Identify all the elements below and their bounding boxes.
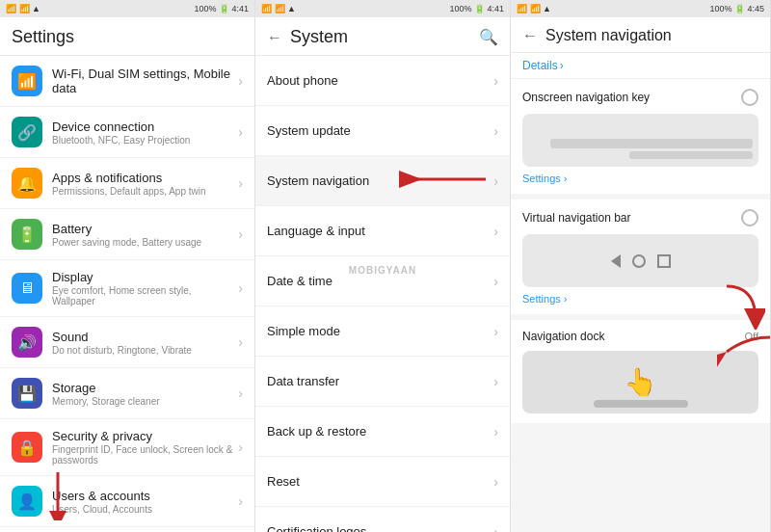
update-chevron: ›	[493, 123, 498, 139]
dock-option-row: Navigation dock Off	[522, 330, 758, 343]
details-link[interactable]: Details ›	[511, 53, 770, 79]
status-left-2: 📶 📶 ▲	[261, 4, 296, 13]
virtual-settings-link[interactable]: Settings ›	[522, 293, 758, 305]
settings-item-battery[interactable]: 🔋 Battery Power saving mode, Battery usa…	[0, 209, 254, 260]
dock-label: Navigation dock	[522, 330, 604, 343]
menu-item-update[interactable]: System update ›	[255, 106, 510, 156]
nav-back-icon[interactable]: ←	[522, 27, 538, 44]
storage-title: Storage	[52, 381, 234, 395]
menu-item-backup[interactable]: Back up & restore ›	[255, 407, 510, 457]
settings-panel: 📶 📶 ▲ 100% 🔋 4:41 Settings 📶 Wi-Fi, Dual…	[0, 0, 255, 532]
wifi-title: Wi-Fi, Dual SIM settings, Mobile data	[52, 66, 234, 95]
display-title: Display	[52, 270, 234, 284]
certification-chevron: ›	[493, 524, 498, 533]
settings-item-device[interactable]: 🔗 Device connection Bluetooth, NFC, Easy…	[0, 107, 254, 158]
simple-title: Simple mode	[267, 324, 490, 338]
nav-dock-section: Navigation dock Off 👆	[511, 320, 770, 423]
status-bar-1: 📶 📶 ▲ 100% 🔋 4:41	[0, 0, 254, 17]
apps-subtitle: Permissions, Default apps, App twin	[52, 186, 234, 197]
security-icon: 🔒	[12, 432, 42, 463]
device-subtitle: Bluetooth, NFC, Easy Projection	[52, 135, 234, 146]
menu-item-data[interactable]: Data transfer ›	[255, 357, 510, 407]
apps-icon: 🔔	[12, 168, 42, 199]
details-chevron: ›	[560, 59, 564, 72]
settings-list: 📶 Wi-Fi, Dual SIM settings, Mobile data …	[0, 56, 254, 532]
system-header: ← System 🔍	[255, 17, 510, 56]
security-subtitle: Fingerprint ID, Face unlock, Screen lock…	[52, 444, 234, 466]
dock-status: Off	[745, 331, 758, 342]
menu-item-reset[interactable]: Reset ›	[255, 457, 510, 507]
system-menu-list: About phone › System update › System nav…	[255, 56, 510, 532]
datetime-title: Date & time	[267, 274, 490, 288]
system-title-header: System	[290, 27, 471, 47]
storage-icon: 💾	[12, 378, 42, 409]
home-btn-preview	[632, 254, 646, 268]
menu-item-certification[interactable]: Certification logos ›	[255, 507, 510, 532]
status-right-2: 100% 🔋 4:41	[449, 4, 504, 13]
apps-chevron: ›	[238, 175, 243, 191]
nav-buttons	[611, 238, 671, 283]
status-right-3: 100% 🔋 4:45	[709, 4, 764, 13]
settings-item-smart[interactable]: 🤖 Smart assistance Accessibility ›	[0, 527, 254, 532]
nav-header: ← System navigation	[511, 17, 770, 53]
storage-chevron: ›	[238, 386, 243, 401]
onscreen-preview	[522, 114, 758, 167]
dock-preview: 👆	[522, 351, 758, 413]
virtual-nav-section: Virtual navigation bar Settings ›	[511, 200, 770, 314]
update-title: System update	[267, 123, 490, 138]
settings-title: Settings	[12, 27, 243, 47]
settings-item-wifi[interactable]: 📶 Wi-Fi, Dual SIM settings, Mobile data …	[0, 56, 254, 107]
preview-bar-2	[629, 151, 753, 159]
backup-title: Back up & restore	[267, 424, 490, 439]
status-left-3: 📶 📶 ▲	[517, 4, 551, 13]
battery-title: Battery	[52, 222, 234, 236]
nav-panel-title: System navigation	[545, 27, 758, 44]
users-icon: 👤	[12, 486, 42, 517]
status-bar-3: 📶 📶 ▲ 100% 🔋 4:45	[511, 0, 770, 17]
sound-icon: 🔊	[12, 327, 42, 358]
display-chevron: ›	[238, 280, 243, 296]
settings-item-users[interactable]: 👤 Users & accounts Users, Cloud, Account…	[0, 476, 254, 527]
about-chevron: ›	[493, 73, 498, 89]
display-icon: 🖥	[12, 273, 42, 304]
battery-icon: 🔋	[12, 219, 42, 250]
back-icon[interactable]: ←	[267, 29, 282, 46]
menu-item-language[interactable]: Language & input ›	[255, 206, 510, 256]
language-chevron: ›	[493, 224, 498, 239]
wifi-chevron: ›	[238, 73, 243, 89]
onscreen-settings: Settings ›	[522, 173, 758, 184]
sound-subtitle: Do not disturb, Ringtone, Vibrate	[52, 345, 234, 356]
status-right-1: 100% 🔋 4:41	[194, 4, 249, 13]
users-chevron: ›	[238, 493, 243, 509]
settings-item-display[interactable]: 🖥 Display Eye comfort, Home screen style…	[0, 260, 254, 317]
settings-item-apps[interactable]: 🔔 Apps & notifications Permissions, Defa…	[0, 158, 254, 209]
hand-icon: 👆	[624, 366, 657, 398]
device-chevron: ›	[238, 124, 243, 140]
settings-header: Settings	[0, 17, 254, 56]
virtual-settings: Settings ›	[522, 293, 758, 305]
settings-item-security[interactable]: 🔒 Security & privacy Fingerprint ID, Fac…	[0, 419, 254, 476]
simple-chevron: ›	[493, 324, 498, 339]
back-btn-preview	[611, 254, 621, 268]
menu-item-about[interactable]: About phone ›	[255, 56, 510, 106]
settings-item-sound[interactable]: 🔊 Sound Do not disturb, Ringtone, Vibrat…	[0, 317, 254, 368]
battery-subtitle: Power saving mode, Battery usage	[52, 237, 234, 248]
preview-bar-1	[550, 139, 753, 148]
onscreen-radio[interactable]	[741, 89, 758, 106]
onscreen-nav-section: Onscreen navigation key Settings ›	[511, 79, 770, 194]
onscreen-settings-link[interactable]: Settings ›	[522, 173, 758, 184]
data-title: Data transfer	[267, 374, 490, 388]
battery-chevron: ›	[238, 226, 243, 242]
datetime-chevron: ›	[493, 274, 498, 289]
sound-title: Sound	[52, 330, 234, 344]
dock-bar	[594, 400, 688, 408]
settings-item-storage[interactable]: 💾 Storage Memory, Storage cleaner ›	[0, 368, 254, 419]
navigation-title: System navigation	[267, 173, 490, 188]
status-bar-2: 📶 📶 ▲ 100% 🔋 4:41	[255, 0, 510, 17]
virtual-radio[interactable]	[741, 209, 758, 226]
search-icon[interactable]: 🔍	[479, 28, 498, 46]
menu-item-simple[interactable]: Simple mode ›	[255, 306, 510, 357]
menu-item-datetime[interactable]: Date & time ›	[255, 256, 510, 306]
storage-subtitle: Memory, Storage cleaner	[52, 396, 234, 407]
menu-item-navigation[interactable]: System navigation ›	[255, 156, 510, 206]
